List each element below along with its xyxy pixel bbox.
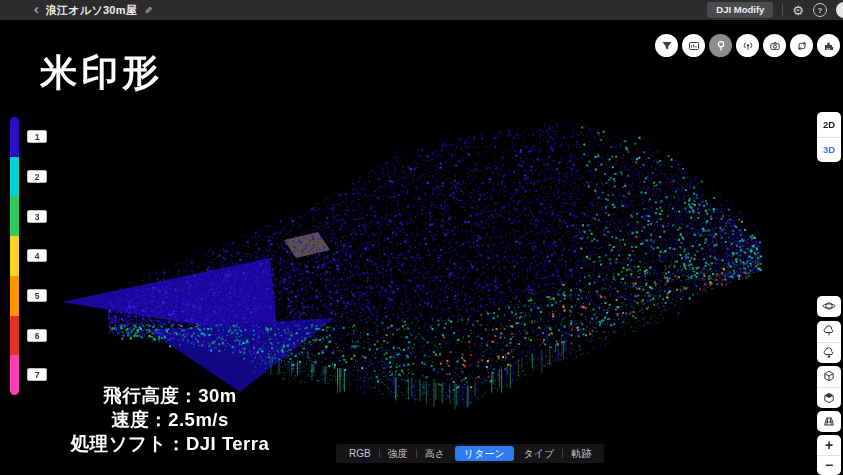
legend-chip-4[interactable]: 4 bbox=[27, 249, 47, 262]
topbar-divider bbox=[782, 4, 783, 16]
cube-solid-icon bbox=[822, 391, 836, 405]
orbit-tools bbox=[817, 296, 841, 317]
back-button[interactable]: ‹ bbox=[34, 2, 39, 16]
legend-chip-7[interactable]: 7 bbox=[27, 368, 47, 381]
legend-chip-2[interactable]: 2 bbox=[27, 170, 47, 183]
measure-tools bbox=[817, 411, 841, 432]
legend-color-segment bbox=[10, 276, 19, 316]
cube-tools bbox=[817, 366, 841, 408]
orbit-globe-button[interactable] bbox=[817, 296, 841, 316]
route-icon bbox=[796, 40, 808, 52]
legend-chip-5[interactable]: 5 bbox=[27, 289, 47, 302]
legend-chip-1[interactable]: 1 bbox=[27, 130, 47, 143]
zoom-in-button[interactable]: + bbox=[817, 435, 841, 455]
poi-pin-button[interactable] bbox=[709, 34, 732, 57]
scene-title: 米印形 bbox=[40, 48, 163, 98]
tab-return[interactable]: リターン bbox=[455, 446, 514, 461]
orbit-globe-icon bbox=[822, 299, 836, 313]
signal-icon bbox=[742, 40, 754, 52]
render-mode-tabs: RGB 強度 高さ リターン タイプ 軌跡 bbox=[336, 444, 604, 463]
legend-color-segment bbox=[10, 196, 19, 236]
filter-button[interactable] bbox=[655, 34, 678, 57]
cloud-point-icon bbox=[822, 346, 836, 360]
poi-pin-icon bbox=[715, 40, 727, 52]
processing-software-text: 処理ソフト：DJI Terra bbox=[44, 432, 296, 456]
topbar-left: ‹ 浪江オルソ30m屋 ✎ bbox=[34, 3, 153, 18]
legend-chip-6[interactable]: 6 bbox=[27, 329, 47, 342]
tab-trajectory[interactable]: 軌跡 bbox=[563, 444, 599, 463]
avatar[interactable] bbox=[836, 2, 843, 18]
view-mode-toggle: 2D 3D bbox=[817, 112, 841, 162]
building-stats-button[interactable] bbox=[817, 34, 840, 57]
camera-button[interactable] bbox=[763, 34, 786, 57]
flight-speed-text: 速度：2.5m/s bbox=[44, 408, 296, 432]
minus-icon: − bbox=[825, 458, 833, 472]
cloud-upload-button[interactable] bbox=[817, 321, 841, 342]
zoom-out-button[interactable]: − bbox=[817, 455, 841, 475]
legend-color-segment bbox=[10, 157, 19, 197]
tab-type[interactable]: タイプ bbox=[516, 444, 563, 463]
survey-card-icon bbox=[688, 40, 700, 52]
zoom-controls: + − bbox=[817, 435, 841, 475]
cube-outline-button[interactable] bbox=[817, 366, 841, 387]
dji-point-cloud-viewer: ‹ 浪江オルソ30m屋 ✎ DJI Modify ⚙ ? 米印形 bbox=[0, 0, 843, 475]
dji-modify-button[interactable]: DJI Modify bbox=[707, 2, 773, 18]
volume-measure-button[interactable] bbox=[817, 411, 841, 431]
project-title: 浪江オルソ30m屋 bbox=[46, 3, 138, 18]
top-bar: ‹ 浪江オルソ30m屋 ✎ DJI Modify ⚙ ? bbox=[0, 0, 843, 20]
camera-icon bbox=[769, 40, 781, 52]
cube-solid-button[interactable] bbox=[817, 387, 841, 409]
view-3d-button[interactable]: 3D bbox=[817, 137, 841, 163]
cloud-upload-icon bbox=[822, 324, 836, 338]
cube-outline-icon bbox=[822, 369, 836, 383]
legend-color-segment bbox=[10, 236, 19, 276]
tab-height[interactable]: 高さ bbox=[417, 444, 453, 463]
survey-card-button[interactable] bbox=[682, 34, 705, 57]
flight-info-overlay: 飛行高度：30m 速度：2.5m/s 処理ソフト：DJI Terra bbox=[44, 384, 296, 456]
legend-chip-3[interactable]: 3 bbox=[27, 210, 47, 223]
plus-icon: + bbox=[825, 438, 833, 452]
help-icon[interactable]: ? bbox=[813, 3, 827, 17]
building-stats-icon bbox=[823, 40, 835, 52]
route-button[interactable] bbox=[790, 34, 813, 57]
view-2d-button[interactable]: 2D bbox=[817, 112, 841, 137]
legend-color-segment bbox=[10, 117, 19, 157]
legend-color-segment bbox=[10, 316, 19, 356]
tab-intensity[interactable]: 強度 bbox=[380, 444, 416, 463]
legend-color-segment bbox=[10, 355, 19, 395]
cloud-point-button[interactable] bbox=[817, 342, 841, 364]
filter-icon bbox=[661, 40, 673, 52]
signal-button[interactable] bbox=[736, 34, 759, 57]
cloud-tools bbox=[817, 321, 841, 363]
edit-title-icon[interactable]: ✎ bbox=[144, 5, 152, 16]
flight-altitude-text: 飛行高度：30m bbox=[44, 384, 296, 408]
top-toolbar bbox=[655, 34, 840, 57]
settings-gear-icon[interactable]: ⚙ bbox=[792, 4, 804, 17]
volume-measure-icon bbox=[822, 414, 836, 428]
tab-rgb[interactable]: RGB bbox=[341, 444, 379, 463]
topbar-right: DJI Modify ⚙ ? bbox=[707, 2, 843, 18]
legend-color-bar bbox=[10, 117, 19, 395]
